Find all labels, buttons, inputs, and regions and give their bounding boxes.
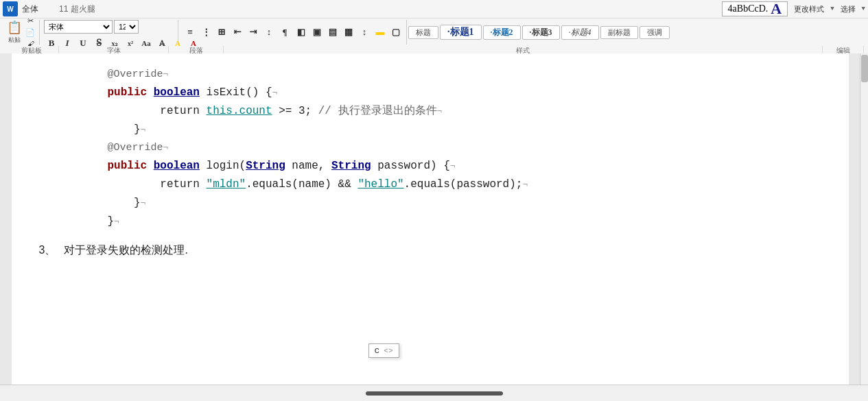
font-group: 宋体 12 B I U S̶ x₂ x² Aa A̶ A A	[41, 20, 178, 45]
password-param: password) {	[371, 157, 450, 175]
boolean-kw-1: boolean	[154, 84, 200, 102]
para-mark-5: ¬	[163, 141, 169, 156]
toolbar-top: W 全体 11 超火腿 4aBbCcD. A 更改样式 ▼ 选择 ▼	[0, 0, 868, 19]
autocomplete-tag: <>	[384, 347, 392, 355]
code-area: @Override¬ public boolean isExit() { ¬ r…	[12, 60, 849, 236]
align-center-button[interactable]: ▣	[309, 25, 325, 40]
section-3: 3、 对于登录失败的检测处理.	[12, 236, 849, 265]
select-button[interactable]: 选择	[837, 1, 859, 16]
sort-button[interactable]: ↕	[261, 25, 277, 40]
para-mark-7: ¬	[522, 178, 528, 193]
justify-button[interactable]: ▦	[341, 25, 356, 40]
override-annotation-2: @Override¬	[108, 139, 828, 157]
style-heading1-button[interactable]: ·标题1	[440, 25, 482, 40]
at-override-2: @Override	[108, 139, 163, 157]
font-label-a: A	[771, 0, 782, 18]
login-name: login(	[200, 157, 246, 175]
align-left-button[interactable]: ◧	[294, 25, 309, 40]
return-this-count-line: return this.count >= 3; // 执行登录退出的条件 ¬	[108, 102, 828, 121]
paste-label: 粘贴	[8, 36, 21, 45]
equals-name: .equals(name) &&	[246, 175, 357, 194]
change-style-button[interactable]: 更改样式	[790, 1, 828, 16]
cut-button[interactable]: ✂	[24, 15, 36, 26]
toolbar-main: 📋 粘贴 ✂ 📄 🖌 宋体 12 B I U	[0, 19, 868, 46]
copy-button[interactable]: 📄	[24, 27, 36, 38]
string-kw-2: String	[331, 157, 371, 175]
para-mark-1: ¬	[163, 67, 169, 82]
public-kw-1: public	[108, 84, 148, 102]
return-equals-line: return "mldn" .equals(name) && "hello" .…	[108, 175, 828, 194]
close-brace-1: }	[108, 121, 141, 139]
paste-icon[interactable]: 📋	[7, 20, 22, 35]
toolbar-area: W 全体 11 超火腿 4aBbCcD. A 更改样式 ▼ 选择 ▼ 📋 粘贴 …	[0, 0, 868, 53]
override-annotation-1: @Override¬	[108, 66, 828, 84]
equals-password: .equals(password);	[404, 175, 523, 194]
this-count-ref: this.count	[207, 102, 272, 121]
para-mark-6: ¬	[450, 159, 456, 174]
shading-button[interactable]: ▬	[373, 25, 388, 40]
section-number: 3、	[39, 243, 56, 258]
style-normal-button[interactable]: 标题	[408, 26, 438, 39]
indent-2: return	[108, 175, 207, 194]
subtitle: 11 超火腿	[59, 3, 95, 15]
string-kw-1: String	[246, 157, 285, 175]
app-title: 全体	[22, 3, 38, 15]
style-heading3-button[interactable]: ·标题3	[522, 25, 560, 40]
close-brace-2: }	[108, 194, 141, 212]
paragraph-group: ≡ ⋮ ⊞ ⇤ ⇥ ↕ ¶ ◧ ▣ ▤ ▦ ↕ ▬ ▢	[180, 20, 407, 45]
numbering-button[interactable]: ⋮	[198, 25, 213, 40]
login-declaration: public boolean login( String name, Strin…	[108, 157, 828, 175]
show-marks-button[interactable]: ¶	[277, 25, 292, 40]
indent-1: return	[108, 102, 207, 121]
outer-brace: }	[108, 212, 115, 231]
toolbar-right: 4aBbCcD. A 更改样式 ▼ 选择 ▼	[722, 1, 865, 16]
document-container: @Override¬ public boolean isExit() { ¬ r…	[0, 53, 860, 385]
status-bar	[0, 385, 868, 401]
style-emphasis-button[interactable]: 强调	[640, 26, 670, 39]
login-close: } ¬	[108, 194, 828, 212]
comparison-1: >= 3;	[272, 102, 318, 121]
font-family-select[interactable]: 宋体	[44, 20, 113, 34]
style-preview: 4aBbCcD. A	[722, 1, 788, 16]
isExit-name: isExit() {	[200, 84, 272, 102]
style-heading2-button[interactable]: ·标题2	[483, 25, 521, 40]
mldn-literal: "mldn"	[207, 175, 246, 194]
bullets-button[interactable]: ≡	[183, 25, 198, 40]
clipboard-group: 📋 粘贴 ✂ 📄 🖌	[4, 20, 40, 45]
font-size-select[interactable]: 12	[114, 20, 139, 34]
isExit-declaration: public boolean isExit() { ¬	[108, 84, 828, 102]
space-1	[147, 84, 154, 102]
section-text: 对于登录失败的检测处理.	[64, 243, 187, 258]
boolean-kw-2: boolean	[154, 157, 200, 175]
para-mark-4: ¬	[141, 123, 146, 138]
autocomplete-text: c	[375, 345, 380, 356]
document-page: @Override¬ public boolean isExit() { ¬ r…	[12, 53, 849, 385]
space-2	[147, 157, 154, 175]
hello-literal: "hello"	[357, 175, 403, 194]
line-spacing-button[interactable]: ↕	[357, 25, 372, 40]
name-param: name,	[285, 157, 331, 175]
expand-arrow-select: ▼	[862, 5, 865, 12]
at-override-1: @Override	[108, 66, 163, 84]
align-right-button[interactable]: ▤	[325, 25, 340, 40]
app-icon: W	[3, 1, 18, 16]
public-kw-2: public	[108, 157, 148, 175]
styles-group: 标题 ·标题1 ·标题2 ·标题3 ·标题4 副标题 强调	[408, 25, 864, 40]
para-mark-8: ¬	[141, 196, 146, 211]
scrollbar-thumb[interactable]	[861, 55, 868, 82]
scrollbar-right[interactable]	[860, 53, 868, 385]
multilevel-list-button[interactable]: ⊞	[214, 25, 229, 40]
isExit-close: } ¬	[108, 121, 828, 139]
borders-button[interactable]: ▢	[388, 25, 403, 40]
style-preview-text: 4aBbCcD.	[728, 3, 769, 14]
expand-arrow-styles: ▼	[830, 5, 834, 12]
increase-indent-button[interactable]: ⇥	[246, 25, 261, 40]
style-subtitle-button[interactable]: 副标题	[600, 26, 638, 39]
bottom-indicator	[366, 391, 503, 396]
outer-close: } ¬	[108, 212, 828, 231]
style-heading4-button[interactable]: ·标题4	[561, 25, 599, 40]
para-mark-3: ¬	[437, 104, 443, 119]
decrease-indent-button[interactable]: ⇤	[230, 25, 245, 40]
autocomplete-popup[interactable]: c <>	[368, 343, 399, 358]
para-mark-9: ¬	[114, 215, 119, 230]
